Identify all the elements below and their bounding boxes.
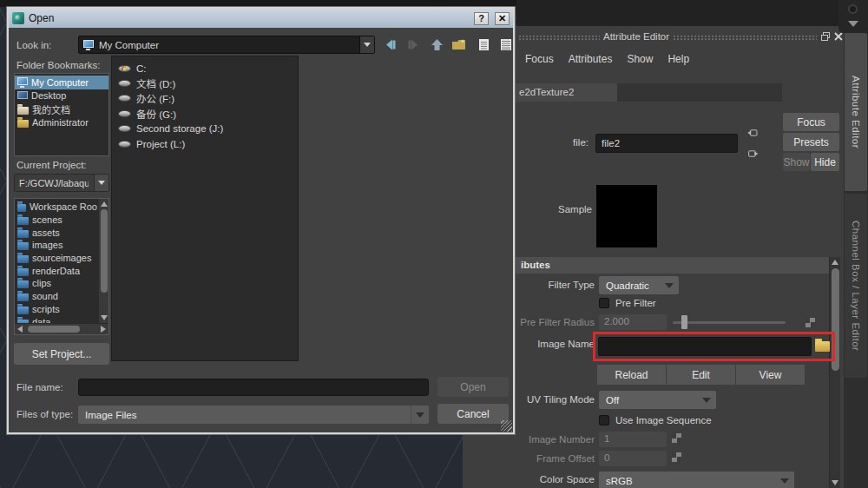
forward-icon[interactable]: [404, 36, 423, 53]
workspace-item[interactable]: assets: [15, 226, 99, 239]
image-number-field[interactable]: 1: [599, 432, 667, 447]
list-item-drive[interactable]: 办公 (F:): [118, 91, 298, 106]
details-view-icon[interactable]: [496, 36, 516, 53]
workspace-item[interactable]: renderData: [15, 264, 99, 277]
view-button[interactable]: View: [736, 365, 805, 385]
float-panel-icon[interactable]: [819, 30, 832, 43]
show-button[interactable]: Show: [783, 153, 810, 171]
pre-filter-checkbox[interactable]: [599, 298, 609, 308]
workspace-item[interactable]: Workspace Roo: [15, 201, 99, 214]
attribute-editor-titlebar[interactable]: Attribute Editor: [463, 30, 844, 45]
files-of-type-label: Files of type:: [16, 409, 73, 419]
bookmark-administrator[interactable]: Administrator: [15, 116, 108, 130]
close-button[interactable]: ✕: [495, 12, 510, 25]
edit-button[interactable]: Edit: [667, 365, 735, 385]
folder-icon: [17, 268, 29, 276]
side-tab-attribute-editor[interactable]: Attribute Editor: [845, 33, 867, 191]
workspace-item[interactable]: clips: [15, 277, 99, 290]
current-project-dropdown[interactable]: F:/GCWJ/labaqu: [14, 174, 109, 192]
bookmark-desktop[interactable]: Desktop: [15, 89, 108, 103]
scroll-up-icon[interactable]: [101, 201, 108, 207]
output-connection-icon[interactable]: [746, 148, 759, 160]
use-image-sequence-checkbox[interactable]: [599, 415, 609, 425]
pre-filter-radius-field[interactable]: 2.000: [599, 314, 667, 330]
workspace-item[interactable]: scenes: [15, 214, 99, 227]
computer-icon: [17, 77, 28, 85]
dropdown-arrow[interactable]: [359, 36, 374, 53]
list-item-drive[interactable]: 文档 (D:): [118, 76, 298, 90]
image-name-field[interactable]: [598, 337, 812, 356]
folder-icon: [17, 280, 29, 288]
uv-tiling-mode-dropdown[interactable]: Off: [599, 391, 716, 409]
dropdown-arrow[interactable]: [411, 406, 429, 424]
texture-map-icon[interactable]: [672, 452, 681, 462]
frame-offset-field[interactable]: 0: [599, 451, 667, 466]
workspace-vscrollbar[interactable]: [98, 199, 108, 323]
folder-bookmarks-label: Folder Bookmarks:: [16, 60, 101, 70]
workspace-list: Workspace Roo scenes assets images sourc…: [14, 198, 109, 335]
set-project-button[interactable]: Set Project...: [14, 343, 109, 365]
top-band: [516, 0, 868, 26]
list-item-drive[interactable]: 备份 (G:): [118, 106, 298, 121]
input-connection-icon[interactable]: [746, 127, 759, 139]
texture-map-icon[interactable]: [806, 318, 815, 327]
file-name-input[interactable]: [78, 379, 429, 396]
up-icon[interactable]: [427, 36, 446, 53]
cancel-button[interactable]: Cancel: [437, 404, 509, 424]
focus-button[interactable]: Focus: [783, 113, 839, 131]
toolbar-collapse-control[interactable]: [838, 0, 868, 33]
scroll-right-icon[interactable]: [101, 326, 106, 333]
drag-handle-dots: [673, 35, 817, 41]
chevron-down-icon: [780, 478, 789, 484]
drive-icon: [118, 95, 131, 102]
texture-map-icon[interactable]: [672, 433, 681, 443]
scroll-down-icon[interactable]: [101, 315, 108, 320]
folder-icon: [17, 307, 29, 314]
resize-grip[interactable]: [501, 420, 512, 432]
folder-icon: [17, 204, 26, 212]
list-item-drive[interactable]: Project (L:): [118, 136, 298, 151]
presets-button[interactable]: Presets: [783, 133, 839, 151]
workspace-item[interactable]: images: [15, 239, 99, 252]
bookmark-my-computer[interactable]: My Computer: [15, 76, 108, 89]
workspace-item[interactable]: sound: [15, 290, 99, 303]
bookmark-my-documents[interactable]: 我的文档: [15, 102, 108, 116]
scrollbar-thumb[interactable]: [28, 326, 80, 333]
workspace-item[interactable]: sourceimages: [15, 252, 99, 265]
look-in-dropdown[interactable]: My Computer: [78, 36, 375, 54]
menu-show[interactable]: Show: [627, 53, 653, 65]
new-folder-icon[interactable]: [450, 36, 469, 53]
pre-filter-radius-slider[interactable]: [673, 321, 786, 324]
browse-folder-icon[interactable]: [815, 341, 830, 352]
menu-attributes[interactable]: Attributes: [569, 53, 613, 65]
hide-button[interactable]: Hide: [811, 153, 839, 171]
windows-drive-icon: [118, 65, 131, 72]
file-attributes-section-header[interactable]: ibutes: [463, 257, 829, 274]
workspace-hscrollbar[interactable]: [15, 323, 108, 334]
list-item-drive[interactable]: Second storage (J:): [118, 122, 298, 136]
chevron-down-icon: [665, 283, 674, 288]
workspace-item[interactable]: scripts: [15, 303, 99, 316]
list-view-icon[interactable]: [474, 36, 493, 53]
dropdown-arrow[interactable]: [94, 175, 108, 191]
help-button[interactable]: ?: [474, 12, 489, 25]
scroll-down-icon[interactable]: [832, 480, 838, 485]
list-item-drive[interactable]: C:: [118, 61, 298, 76]
scroll-left-icon[interactable]: [17, 326, 23, 333]
scroll-up-icon[interactable]: [832, 260, 838, 265]
open-button[interactable]: Open: [437, 377, 509, 397]
scrollbar-thumb[interactable]: [101, 209, 108, 293]
filter-type-dropdown[interactable]: Quadratic: [599, 276, 679, 294]
back-icon[interactable]: [381, 36, 400, 53]
dialog-titlebar[interactable]: Open ? ✕: [9, 9, 513, 28]
panel-scrollbar[interactable]: [829, 257, 840, 488]
node-name-field[interactable]: [595, 134, 738, 153]
color-space-dropdown[interactable]: sRGB: [599, 472, 794, 488]
texture-sample-swatch: [596, 185, 657, 247]
reload-button[interactable]: Reload: [597, 365, 666, 385]
menu-help[interactable]: Help: [667, 53, 689, 65]
files-of-type-dropdown[interactable]: Image Files: [78, 406, 429, 424]
slider-handle[interactable]: [681, 315, 687, 329]
menu-focus[interactable]: Focus: [525, 53, 554, 65]
side-tab-channel-box[interactable]: Channel Box / Layer Editor: [845, 194, 867, 378]
